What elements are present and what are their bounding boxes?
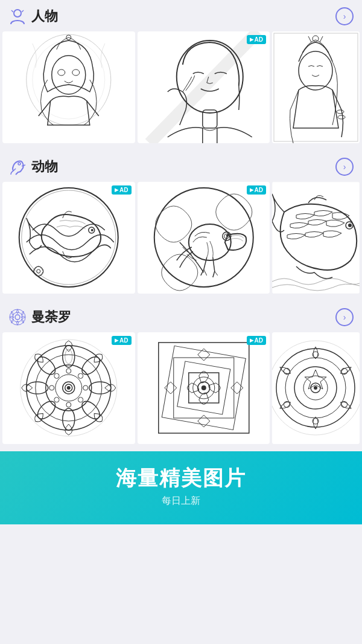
mandala-thumbnails-row: AD	[0, 332, 362, 446]
mandala-section-header: 曼荼罗 ›	[0, 301, 362, 332]
mandala-thumb-3[interactable]	[272, 332, 360, 444]
animals-thumbnails-row: AD	[0, 182, 362, 296]
bottom-banner: 海量精美图片 每日上新	[0, 451, 362, 524]
people-image-2	[138, 31, 270, 143]
animals-thumb-1[interactable]: AD	[2, 182, 135, 294]
mandala-thumb-1-ad-badge: AD	[112, 336, 131, 345]
animals-more-button[interactable]: ›	[335, 158, 354, 176]
mandala-section: 曼荼罗 ›	[0, 301, 362, 446]
mandala-image-2	[138, 332, 270, 444]
people-section: 人物 ›	[0, 0, 362, 146]
mandala-thumb-2[interactable]: AD	[138, 332, 270, 444]
mandala-icon	[8, 308, 27, 326]
people-section-title: 人物	[31, 7, 58, 25]
person-icon	[8, 7, 27, 25]
mandala-more-button[interactable]: ›	[335, 308, 354, 326]
people-section-header: 人物 ›	[0, 0, 362, 31]
people-thumb-3[interactable]	[272, 31, 360, 143]
svg-point-65	[67, 386, 71, 390]
animals-image-2	[138, 182, 270, 294]
animals-section-header: 动物 ›	[0, 150, 362, 182]
people-thumb-1[interactable]	[2, 31, 135, 143]
mandala-thumb-2-ad-badge: AD	[247, 336, 266, 345]
animals-thumb-2[interactable]: AD	[138, 182, 270, 294]
svg-point-37	[15, 315, 20, 320]
animals-section-title: 动物	[31, 158, 58, 176]
svg-rect-14	[272, 31, 360, 143]
svg-point-0	[14, 10, 21, 17]
people-thumb-2[interactable]: AD	[138, 31, 270, 143]
animal-icon	[8, 158, 27, 176]
svg-point-33	[226, 234, 228, 237]
mandala-title-wrap: 曼荼罗	[8, 308, 71, 326]
banner-title: 海量精美图片	[12, 465, 350, 492]
people-title-wrap: 人物	[8, 7, 58, 25]
svg-line-2	[22, 10, 24, 12]
banner-subtitle: 每日上新	[12, 495, 350, 507]
svg-point-20	[18, 163, 21, 165]
svg-rect-28	[149, 182, 258, 294]
svg-line-1	[11, 10, 13, 12]
animals-title-wrap: 动物	[8, 158, 58, 176]
people-image-3	[272, 31, 360, 143]
svg-point-82	[314, 386, 317, 390]
animals-thumb-1-ad-badge: AD	[112, 185, 131, 195]
svg-rect-34	[272, 182, 360, 294]
mandala-section-title: 曼荼罗	[31, 308, 71, 326]
animals-thumb-3[interactable]	[272, 182, 360, 294]
people-image-1	[2, 31, 135, 143]
svg-point-74	[201, 385, 206, 390]
svg-rect-3	[14, 31, 123, 143]
mandala-image-1	[2, 332, 135, 444]
people-more-button[interactable]: ›	[335, 7, 354, 25]
people-thumbnails-row: AD	[0, 31, 362, 146]
mandala-image-3	[272, 332, 360, 444]
animals-image-3	[272, 182, 360, 294]
mandala-thumb-1[interactable]: AD	[2, 332, 135, 444]
animals-thumb-2-ad-badge: AD	[247, 185, 266, 195]
animals-image-1	[2, 182, 135, 294]
svg-point-36	[348, 224, 352, 227]
svg-point-25	[91, 229, 94, 231]
people-thumb-2-ad-badge: AD	[247, 35, 266, 44]
animals-section: 动物 ›	[0, 150, 362, 296]
